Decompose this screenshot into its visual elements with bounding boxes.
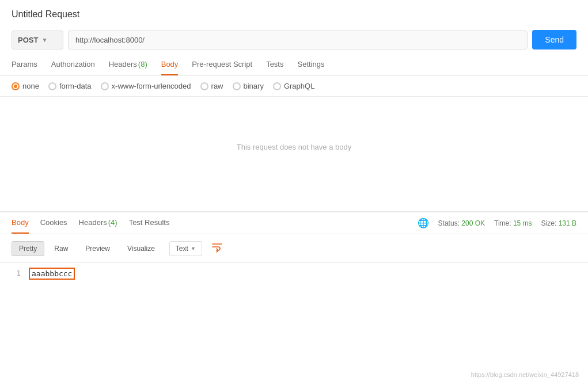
response-tab-headers[interactable]: Headers(4) — [79, 212, 117, 234]
response-tabs-left: Body Cookies Headers(4) Test Results — [12, 212, 418, 234]
text-format-dropdown[interactable]: Text ▼ — [169, 241, 202, 256]
response-tabs-bar: Body Cookies Headers(4) Test Results 🌐 S… — [0, 212, 588, 234]
tab-pre-request-script[interactable]: Pre-request Script — [192, 54, 252, 75]
wrap-lines-button[interactable] — [209, 239, 225, 258]
radio-urlencoded[interactable]: x-www-form-urlencoded — [101, 82, 191, 90]
size-label: Size: 131 B — [541, 219, 576, 227]
tab-body[interactable]: Body — [161, 54, 179, 75]
radio-form-data[interactable]: form-data — [48, 82, 92, 90]
globe-icon: 🌐 — [418, 218, 429, 228]
format-visualize-button[interactable]: Visualize — [120, 241, 162, 256]
radio-none-dot — [12, 82, 20, 90]
radio-binary-dot — [233, 82, 241, 90]
format-pretty-button[interactable]: Pretty — [12, 241, 44, 256]
size-value: 131 B — [559, 219, 576, 227]
status-value: 200 OK — [461, 219, 485, 227]
radio-form-data-label: form-data — [59, 82, 92, 90]
radio-graphql[interactable]: GraphQL — [273, 82, 314, 90]
request-tabs-bar: Params Authorization Headers(8) Body Pre… — [0, 54, 588, 76]
radio-raw[interactable]: raw — [200, 82, 223, 90]
radio-form-data-dot — [48, 82, 56, 90]
line-content: aaabbbccc — [30, 269, 74, 279]
text-format-label: Text — [176, 245, 188, 253]
radio-raw-label: raw — [211, 82, 223, 90]
url-bar: POST ▼ Send — [0, 25, 588, 54]
time-label: Time: 15 ms — [494, 219, 532, 227]
response-tab-test-results[interactable]: Test Results — [129, 212, 170, 234]
request-body-panel: This request does not have a body — [0, 97, 588, 212]
page-title: Untitled Request — [0, 0, 588, 25]
radio-none[interactable]: none — [12, 82, 39, 90]
response-tab-cookies[interactable]: Cookies — [40, 212, 67, 234]
method-dropdown[interactable]: POST ▼ — [12, 31, 63, 49]
tab-params[interactable]: Params — [12, 54, 37, 75]
tab-tests[interactable]: Tests — [266, 54, 283, 75]
tab-settings[interactable]: Settings — [297, 54, 324, 75]
response-body: 1 aaabbbccc — [0, 263, 588, 284]
radio-urlencoded-label: x-www-form-urlencoded — [112, 82, 191, 90]
response-meta: 🌐 Status: 200 OK Time: 15 ms Size: 131 B — [418, 218, 576, 228]
radio-none-label: none — [22, 82, 39, 90]
tab-headers[interactable]: Headers(8) — [109, 54, 147, 75]
response-tab-body[interactable]: Body — [12, 212, 29, 234]
tab-authorization[interactable]: Authorization — [51, 54, 95, 75]
response-section: Body Cookies Headers(4) Test Results 🌐 S… — [0, 212, 588, 284]
method-chevron-icon: ▼ — [41, 37, 47, 43]
radio-raw-dot — [200, 82, 208, 90]
body-type-bar: none form-data x-www-form-urlencoded raw… — [0, 76, 588, 97]
format-preview-button[interactable]: Preview — [78, 241, 117, 256]
send-button[interactable]: Send — [532, 30, 576, 49]
status-label: Status: 200 OK — [438, 219, 485, 227]
radio-binary[interactable]: binary — [233, 82, 264, 90]
radio-urlencoded-dot — [101, 82, 109, 90]
radio-binary-label: binary — [244, 82, 264, 90]
format-raw-button[interactable]: Raw — [47, 241, 75, 256]
radio-graphql-label: GraphQL — [284, 82, 314, 90]
text-format-chevron-icon: ▼ — [191, 246, 196, 251]
table-row: 1 aaabbbccc — [12, 269, 576, 279]
radio-graphql-dot — [273, 82, 281, 90]
empty-body-message: This request does not have a body — [0, 97, 588, 197]
time-value: 15 ms — [513, 219, 532, 227]
line-number: 1 — [12, 269, 21, 277]
method-label: POST — [18, 36, 38, 44]
response-format-bar: Pretty Raw Preview Visualize Text ▼ — [0, 234, 588, 263]
url-input[interactable] — [68, 31, 528, 49]
